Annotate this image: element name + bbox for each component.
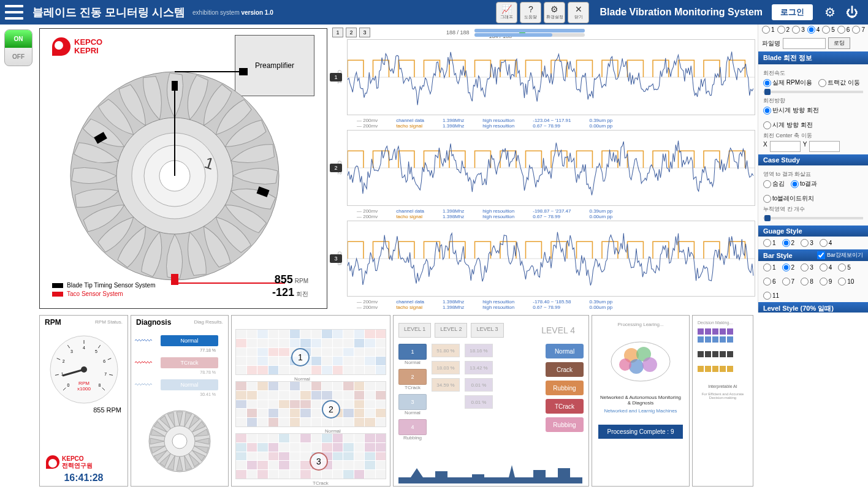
result-tcrack: TCrack bbox=[546, 399, 584, 414]
chart-tab-2[interactable]: 2 bbox=[346, 28, 357, 37]
close-button[interactable]: ✕닫기 bbox=[568, 2, 589, 23]
radio-hide[interactable]: 숨김 bbox=[763, 180, 785, 188]
chart-tab-3[interactable]: 3 bbox=[359, 28, 370, 37]
help-button[interactable]: ?도움말 bbox=[520, 2, 541, 23]
bar-opts-4[interactable]: 5 bbox=[838, 263, 851, 271]
svg-text:0: 0 bbox=[67, 383, 69, 387]
svg-point-72 bbox=[629, 359, 644, 374]
radio-cw[interactable]: 시계 방향 회전 bbox=[763, 121, 813, 129]
bar-opts-1[interactable]: 2 bbox=[782, 263, 795, 271]
result-normal: Normal bbox=[546, 344, 584, 358]
svg-text:4: 4 bbox=[83, 346, 85, 350]
bar-opts-2[interactable]: 3 bbox=[801, 263, 813, 271]
login-button[interactable]: 로그인 bbox=[772, 4, 813, 20]
menu-icon[interactable] bbox=[5, 5, 23, 20]
legend-taco: Taco Sensor System bbox=[67, 290, 123, 297]
bar-opts-6[interactable]: 7 bbox=[782, 278, 795, 286]
bar-opts-3[interactable]: 4 bbox=[820, 263, 832, 271]
radio-track[interactable]: 트랙값 이동 bbox=[818, 78, 860, 87]
bar-opts-0[interactable]: 1 bbox=[763, 263, 776, 271]
top-radio-1[interactable]: 1 bbox=[762, 26, 775, 34]
gauge-opts-1[interactable]: 2 bbox=[782, 239, 795, 247]
svg-text:7: 7 bbox=[104, 372, 107, 376]
processing-status: Processing Complete : 9 bbox=[598, 425, 683, 439]
level-tab-3[interactable]: LEVEL 3 bbox=[471, 323, 503, 338]
kepco-logo-text: KEPCO KEPRI bbox=[74, 38, 102, 56]
svg-point-73 bbox=[642, 357, 657, 372]
turbine-blade-svg: 1 bbox=[64, 66, 285, 286]
top-radio-7[interactable]: 7 bbox=[852, 26, 865, 34]
radio-ccw[interactable]: 반시계 방향 회전 bbox=[763, 106, 819, 115]
svg-text:5: 5 bbox=[95, 349, 97, 354]
heatmap-panel: 1Normal 2Normal 3TCrack bbox=[231, 315, 390, 487]
svg-point-74 bbox=[619, 358, 631, 371]
svg-point-68 bbox=[172, 434, 187, 449]
legend-tip: Blade Tip Timing Sensor System bbox=[67, 282, 156, 289]
app-title-en: Blade Vibration Monitoring System bbox=[600, 7, 763, 18]
gear-icon[interactable]: ⚙ bbox=[821, 4, 839, 21]
bar-opts-5[interactable]: 6 bbox=[763, 278, 776, 286]
radio-toblade[interactable]: to블레이드위치 bbox=[763, 194, 814, 203]
rpm-gauge-panel: RPM RPM Status. 012345678 RPM x1000 855 … bbox=[39, 315, 128, 487]
radio-tores[interactable]: to결과 bbox=[791, 180, 817, 188]
decision-panel: Decision Making... Interpretable AI For … bbox=[692, 315, 753, 487]
bar-opts-10[interactable]: 11 bbox=[763, 292, 779, 300]
bar-opts-8[interactable]: 9 bbox=[820, 278, 832, 286]
result-rubbing: Rubbing bbox=[546, 417, 584, 432]
svg-rect-31 bbox=[239, 68, 248, 75]
app-subtitle: exhibition system version 1.0 bbox=[192, 9, 273, 16]
top-radio-2[interactable]: 2 bbox=[777, 26, 790, 34]
gauge-opts-3[interactable]: 4 bbox=[820, 239, 832, 247]
section-level: Level Style (70% 일때) bbox=[758, 302, 868, 313]
radio-real-rpm[interactable]: 실제 RPM이용 bbox=[763, 78, 812, 87]
bar-opts-9[interactable]: 10 bbox=[838, 278, 854, 286]
diag-tcrack[interactable]: TCrack78.78 % bbox=[161, 357, 218, 368]
app-title-ko: 블레이드 진동 모니터링 시스템 bbox=[32, 5, 185, 20]
power-toggle[interactable]: ON OFF bbox=[4, 29, 32, 66]
turbine-mini-icon bbox=[146, 408, 213, 475]
section-gauge: Guage Style bbox=[758, 226, 868, 237]
kepco-logo-icon bbox=[52, 37, 70, 56]
top-radio-5[interactable]: 5 bbox=[822, 26, 835, 34]
svg-text:6: 6 bbox=[103, 359, 105, 363]
result-rubbing: Rubbing bbox=[546, 381, 584, 395]
rotation-value: -121 bbox=[272, 286, 294, 298]
load-button[interactable]: 로딩 bbox=[828, 37, 850, 49]
settings-button[interactable]: ⚙환경설정 bbox=[544, 2, 565, 23]
top-radio-4[interactable]: 4 bbox=[807, 26, 820, 34]
diag-normal-1[interactable]: Normal77.18 % bbox=[161, 335, 218, 346]
top-radio-3[interactable]: 3 bbox=[792, 26, 805, 34]
power-icon[interactable]: ⏻ bbox=[843, 4, 861, 21]
top-radio-6[interactable]: 6 bbox=[837, 26, 850, 34]
level-tab-4[interactable]: LEVEL 4 bbox=[533, 323, 584, 338]
svg-text:8: 8 bbox=[98, 383, 101, 387]
level-panel: LEVEL 1 LEVEL 2 LEVEL 3 LEVEL 4 1Normal2… bbox=[393, 315, 589, 487]
svg-point-63 bbox=[81, 366, 87, 373]
chart-tab-1[interactable]: 1 bbox=[332, 28, 343, 37]
turbine-diagram-panel: KEPCO KEPRI Preamplifier 1 Bla bbox=[39, 28, 327, 309]
level-tab-2[interactable]: LEVEL 2 bbox=[435, 323, 467, 338]
settings-sidebar: 1234567 파일명 로딩 Blade 회전 정보 회전속도 실제 RPM이용… bbox=[758, 25, 868, 313]
center-y-input[interactable] bbox=[809, 141, 840, 152]
city-silhouette-icon bbox=[398, 459, 582, 483]
bar-opts-7[interactable]: 8 bbox=[801, 278, 813, 286]
gauge-opts-0[interactable]: 1 bbox=[763, 239, 776, 247]
section-bar: Bar Style Bar강제보이기 bbox=[758, 249, 868, 261]
filename-input[interactable] bbox=[783, 38, 826, 49]
bar-force-check[interactable] bbox=[817, 251, 825, 259]
svg-text:3: 3 bbox=[70, 349, 73, 354]
rpm-gauge-icon: 012345678 RPM x1000 bbox=[47, 333, 121, 406]
level-tab-1[interactable]: LEVEL 1 bbox=[398, 323, 431, 338]
section-case: Case Study bbox=[758, 154, 868, 165]
speed-slider[interactable] bbox=[763, 91, 863, 93]
svg-text:x1000: x1000 bbox=[77, 386, 91, 392]
center-x-input[interactable] bbox=[770, 141, 801, 152]
acc-slider[interactable] bbox=[763, 217, 863, 219]
wave-icon-red: 〰〰 bbox=[135, 358, 152, 368]
brain-icon bbox=[607, 337, 674, 386]
brain-panel: Processing Learing... Networked & Autono… bbox=[592, 315, 690, 487]
graph-button[interactable]: 📈그래프 bbox=[496, 2, 517, 23]
wave-icon: 〰〰 bbox=[135, 336, 152, 346]
diag-normal-2[interactable]: Normal30.41 % bbox=[161, 379, 218, 390]
gauge-opts-2[interactable]: 3 bbox=[801, 239, 813, 247]
